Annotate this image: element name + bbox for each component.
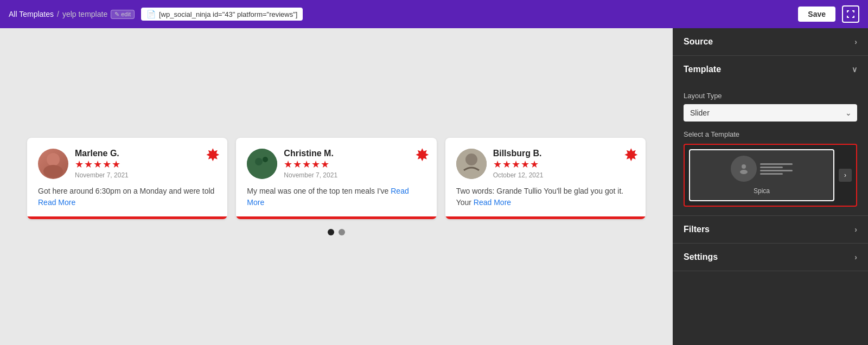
edit-badge[interactable]: ✎ edit — [111, 10, 135, 19]
filters-label: Filters — [684, 225, 710, 234]
svg-point-8 — [742, 164, 746, 169]
reviewer-name-2: Christine M. — [284, 149, 337, 158]
breadcrumb-all-templates[interactable]: All Templates — [9, 10, 54, 18]
template-section-body: Layout Type Slider Grid Masonry List ⌄ S… — [673, 83, 868, 215]
stars-1: ★★★★★ — [75, 158, 129, 170]
reviewer-info-1: Marlene G. ★★★★★ November 7, 2021 — [75, 149, 129, 179]
template-gallery: Spica › — [689, 149, 852, 201]
shortcode-text: [wp_social_ninja id="43" platform="revie… — [159, 10, 297, 18]
template-thumb-name: Spica — [754, 187, 770, 195]
avatar-image-2 — [247, 149, 277, 179]
breadcrumb: All Templates / yelp template ✎ edit — [9, 10, 135, 19]
review-card-3: ✸ Billsburg B. ★★★★★ October 12, 2021 — [445, 138, 646, 219]
review-date-3: October 12, 2021 — [493, 171, 544, 179]
avatar-image-3 — [456, 149, 487, 179]
avatar-3 — [456, 149, 487, 179]
layout-type-label: Layout Type — [684, 92, 857, 100]
template-section-header[interactable]: Template ∨ — [673, 56, 868, 83]
template-thumb-spica[interactable]: Spica — [689, 149, 834, 201]
thumb-line-3 — [760, 170, 793, 171]
yelp-logo-2: ✸ — [416, 146, 428, 164]
read-more-1[interactable]: Read More — [38, 198, 75, 207]
svg-point-7 — [465, 154, 477, 165]
document-icon: 📄 — [146, 10, 156, 18]
template-chevron-down-icon: ∨ — [852, 65, 857, 74]
svg-point-1 — [43, 165, 63, 178]
settings-label: Settings — [684, 252, 718, 262]
template-gallery-wrapper: Spica › — [684, 144, 857, 207]
breadcrumb-separator: / — [57, 10, 59, 18]
svg-point-3 — [247, 149, 277, 179]
fullscreen-button[interactable] — [842, 5, 859, 23]
header: All Templates / yelp template ✎ edit 📄 [… — [0, 0, 868, 28]
read-more-3[interactable]: Read More — [474, 198, 511, 207]
reviewer-info-2: Christine M. ★★★★★ November 7, 2021 — [284, 149, 337, 179]
slider-dots — [328, 229, 345, 235]
reviewer-info-3: Billsburg B. ★★★★★ October 12, 2021 — [493, 149, 544, 179]
review-date-2: November 7, 2021 — [284, 171, 337, 179]
avatar-image-1 — [38, 149, 68, 179]
main-layout: ✸ Marlene G. ★★★★★ November 7, 2021 — [0, 28, 868, 345]
layout-type-select-wrapper: Slider Grid Masonry List ⌄ — [684, 104, 857, 122]
save-button[interactable]: Save — [798, 7, 835, 22]
slider-dot-1[interactable] — [328, 229, 334, 235]
stars-3: ★★★★★ — [493, 158, 544, 170]
settings-section-header[interactable]: Settings › — [673, 244, 868, 271]
review-text-2: My meal was one of the top ten meals I'v… — [247, 186, 425, 208]
thumb-lines — [760, 163, 793, 175]
stars-2: ★★★★★ — [284, 158, 337, 170]
sidebar-section-template: Template ∨ Layout Type Slider Grid Mason… — [673, 56, 868, 216]
fullscreen-icon — [846, 10, 855, 18]
thumb-line-4 — [760, 173, 783, 175]
card-header-2: Christine M. ★★★★★ November 7, 2021 — [247, 149, 425, 179]
slider-dot-2[interactable] — [339, 229, 345, 235]
reviewer-name-3: Billsburg B. — [493, 149, 544, 158]
sidebar-section-settings: Settings › — [673, 244, 868, 271]
source-section-header[interactable]: Source › — [673, 28, 868, 55]
thumb-user-icon — [737, 162, 750, 175]
card-header-3: Billsburg B. ★★★★★ October 12, 2021 — [456, 149, 635, 179]
review-card-2: ✸ Christine M. ★★★★★ November 7, 2021 — [236, 138, 436, 219]
source-label: Source — [684, 37, 713, 47]
review-date-1: November 7, 2021 — [75, 171, 129, 179]
thumb-line-1 — [760, 163, 793, 165]
thumb-avatar-icon — [731, 156, 757, 182]
reviewer-name-1: Marlene G. — [75, 149, 129, 158]
thumb-line-2 — [760, 167, 783, 168]
settings-chevron-right-icon: › — [854, 253, 857, 261]
sidebar-section-source: Source › — [673, 28, 868, 56]
yelp-logo-3: ✸ — [624, 146, 637, 164]
sidebar-section-filters: Filters › — [673, 216, 868, 244]
layout-type-select[interactable]: Slider Grid Masonry List — [684, 104, 857, 122]
canvas-area: ✸ Marlene G. ★★★★★ November 7, 2021 — [0, 28, 673, 345]
breadcrumb-current: yelp template — [62, 10, 107, 18]
svg-point-4 — [255, 158, 263, 165]
filters-chevron-right-icon: › — [854, 225, 857, 234]
template-label: Template — [684, 65, 721, 74]
filters-section-header[interactable]: Filters › — [673, 216, 868, 243]
review-text-1: Got here around 6:30pm on a Monday and w… — [38, 186, 216, 208]
review-card-1: ✸ Marlene G. ★★★★★ November 7, 2021 — [27, 138, 227, 219]
review-text-3: Two words: Grande Tullio You'll be glad … — [456, 186, 635, 208]
svg-point-0 — [47, 153, 60, 166]
source-chevron-right-icon: › — [854, 37, 857, 46]
svg-point-5 — [263, 157, 268, 162]
avatar-2 — [247, 149, 277, 179]
gallery-next-arrow[interactable]: › — [839, 169, 852, 182]
yelp-logo-1: ✸ — [206, 146, 219, 164]
svg-point-9 — [740, 170, 748, 174]
thumb-layout — [731, 156, 793, 182]
sidebar: Source › Template ∨ Layout Type Slider G… — [673, 28, 868, 345]
avatar-1 — [38, 149, 68, 179]
review-cards-container: ✸ Marlene G. ★★★★★ November 7, 2021 — [27, 138, 646, 219]
shortcode-box: 📄 [wp_social_ninja id="43" platform="rev… — [141, 8, 303, 21]
select-template-label: Select a Template — [684, 130, 857, 138]
card-header-1: Marlene G. ★★★★★ November 7, 2021 — [38, 149, 216, 179]
